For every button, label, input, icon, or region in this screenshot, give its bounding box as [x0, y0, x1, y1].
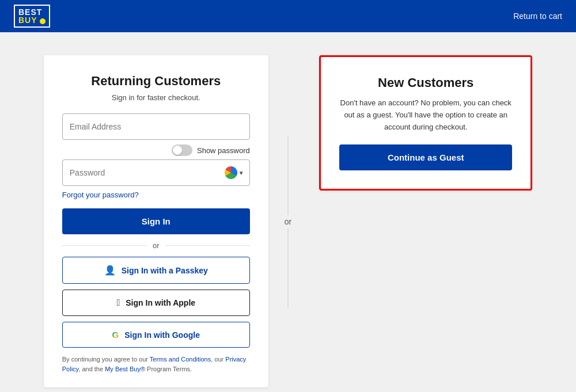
logo-best: BEST: [18, 8, 46, 16]
password-manager-icon[interactable]: ▼: [225, 166, 244, 179]
new-customers-title: New Customers: [339, 75, 512, 90]
best-buy-logo: BEST BUY: [14, 5, 50, 28]
return-to-cart-link[interactable]: Return to cart: [513, 12, 562, 21]
sign-in-passkey-label: Sign In with a Passkey: [122, 266, 208, 275]
my-best-buy-link[interactable]: My Best Buy®: [105, 366, 145, 372]
password-wrapper: ▼: [62, 159, 250, 186]
returning-customers-title: Returning Customers: [62, 74, 250, 89]
returning-customers-subtitle: Sign in for faster checkout.: [62, 93, 250, 102]
passkey-icon: 👤: [104, 265, 116, 276]
divider-line-left: [62, 245, 147, 246]
new-customers-description: Don't have an account? No problem, you c…: [339, 97, 512, 133]
logo-box: BEST BUY: [14, 5, 50, 28]
forgot-password-link[interactable]: Forgot your password?: [62, 191, 250, 199]
main-content: Returning Customers Sign in for faster c…: [0, 32, 576, 392]
divider-line-right: [165, 245, 250, 246]
google-icon: G: [112, 330, 119, 340]
sign-in-google-label: Sign In with Google: [124, 330, 200, 340]
sign-in-apple-label: Sign In with Apple: [126, 298, 195, 307]
or-divider: or: [62, 241, 250, 250]
returning-customers-panel: Returning Customers Sign in for faster c…: [44, 55, 268, 387]
new-customers-wrapper: New Customers Don't have an account? No …: [308, 55, 532, 191]
logo-tag-icon: [40, 18, 46, 24]
apple-icon: : [116, 298, 120, 308]
terms-conditions-link[interactable]: Terms and Conditions: [150, 356, 211, 363]
logo-buy: BUY: [18, 16, 46, 24]
sign-in-button[interactable]: Sign In: [62, 208, 250, 234]
new-customers-panel: New Customers Don't have an account? No …: [319, 55, 532, 191]
show-password-row: Show password: [62, 144, 250, 156]
terms-text: By continuing you agree to our Terms and…: [62, 355, 250, 374]
password-circle-icon: [225, 166, 237, 179]
sign-in-google-button[interactable]: G Sign In with Google: [62, 322, 250, 348]
password-input[interactable]: [62, 159, 250, 186]
email-input[interactable]: [62, 113, 250, 140]
chevron-down-icon: ▼: [238, 170, 244, 176]
terms-prefix: By continuing you agree to our: [62, 356, 150, 363]
center-or-divider: or: [268, 215, 308, 229]
sign-in-passkey-button[interactable]: 👤 Sign In with a Passkey: [62, 257, 250, 284]
show-password-toggle[interactable]: [172, 144, 192, 156]
continue-as-guest-button[interactable]: Continue as Guest: [339, 144, 512, 170]
header: BEST BUY Return to cart: [0, 0, 576, 32]
show-password-label: Show password: [197, 146, 250, 155]
sign-in-apple-button[interactable]:  Sign In with Apple: [62, 290, 250, 316]
or-text: or: [153, 241, 160, 250]
center-or-text: or: [280, 215, 296, 229]
toggle-knob: [173, 146, 182, 155]
